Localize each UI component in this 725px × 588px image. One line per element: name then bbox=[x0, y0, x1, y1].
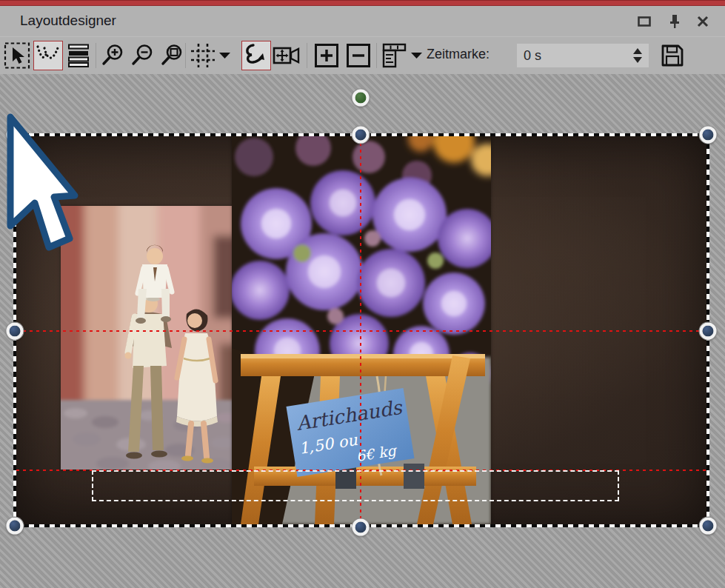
camera-pan-icon bbox=[273, 44, 301, 67]
zoom-in-icon bbox=[101, 43, 126, 68]
minus-icon bbox=[346, 43, 371, 68]
toolbar-separator bbox=[185, 43, 186, 68]
photo-family[interactable] bbox=[61, 206, 244, 470]
handle-top-right[interactable] bbox=[700, 127, 717, 144]
zoom-out-button[interactable] bbox=[128, 41, 158, 70]
chevron-down-icon bbox=[219, 49, 230, 62]
marquee-arrow-icon bbox=[4, 41, 31, 70]
object-list-icon bbox=[381, 42, 407, 69]
object-list-button[interactable] bbox=[379, 41, 409, 70]
handle-bottom-right[interactable] bbox=[700, 518, 717, 535]
handle-top-left[interactable] bbox=[7, 127, 24, 144]
photo-artichokes[interactable]: Artichauds 1,50 ou 6€ kg bbox=[232, 135, 491, 524]
close-button[interactable] bbox=[693, 13, 712, 30]
window-title: Layoutdesigner bbox=[20, 13, 116, 29]
zoom-in-button[interactable] bbox=[98, 41, 128, 70]
motion-path-button[interactable] bbox=[241, 41, 271, 70]
layers-button[interactable] bbox=[64, 41, 93, 70]
add-button[interactable] bbox=[312, 41, 341, 70]
guide-horizontal-center bbox=[16, 330, 706, 332]
spinner-down-icon[interactable] bbox=[633, 57, 642, 63]
titlebar[interactable]: Layoutdesigner bbox=[0, 6, 725, 36]
plus-icon bbox=[314, 43, 339, 68]
handle-bottom-center[interactable] bbox=[353, 519, 370, 536]
chevron-down-icon bbox=[411, 49, 422, 62]
toolbar: Zeitmarke: bbox=[0, 36, 725, 74]
handle-top-center[interactable] bbox=[353, 127, 370, 144]
zoom-fit-button[interactable] bbox=[158, 41, 187, 70]
text-placeholder[interactable] bbox=[92, 470, 619, 501]
toolbar-separator bbox=[376, 43, 377, 68]
point-select-button[interactable] bbox=[33, 41, 63, 70]
save-button[interactable] bbox=[658, 41, 687, 70]
motion-path-icon bbox=[243, 42, 270, 69]
pin-button[interactable] bbox=[665, 13, 684, 30]
layers-icon bbox=[67, 43, 90, 68]
remove-button[interactable] bbox=[344, 41, 373, 70]
toolbar-separator bbox=[307, 43, 307, 68]
handle-bottom-left[interactable] bbox=[7, 518, 24, 535]
layoutdesigner-window: Layoutdesigner bbox=[0, 0, 725, 588]
zeitmarke-label: Zeitmarke: bbox=[427, 47, 490, 62]
window-accent-bar bbox=[0, 0, 725, 6]
pin-icon bbox=[668, 14, 681, 29]
zoom-out-icon bbox=[130, 43, 156, 68]
grid-dropdown-arrow[interactable] bbox=[218, 41, 231, 70]
dotted-curve-icon bbox=[35, 42, 61, 69]
zeitmarke-spinner bbox=[629, 45, 646, 66]
object-list-dropdown-arrow[interactable] bbox=[410, 41, 423, 70]
grid-icon bbox=[190, 42, 216, 69]
zoom-fit-icon bbox=[160, 43, 185, 68]
rotate-handle[interactable] bbox=[353, 90, 370, 107]
restore-button[interactable] bbox=[635, 13, 654, 30]
marquee-select-button[interactable] bbox=[2, 41, 32, 70]
restore-icon bbox=[638, 16, 651, 27]
close-icon bbox=[697, 16, 709, 27]
grid-button[interactable] bbox=[188, 41, 218, 70]
canvas-viewport[interactable]: Artichauds 1,50 ou 6€ kg bbox=[0, 74, 725, 588]
toolbar-separator bbox=[96, 43, 96, 68]
spinner-up-icon[interactable] bbox=[633, 48, 642, 54]
camera-pan-button[interactable] bbox=[272, 41, 301, 70]
handle-middle-left[interactable] bbox=[7, 323, 24, 340]
save-icon bbox=[660, 43, 685, 68]
handle-middle-right[interactable] bbox=[700, 323, 717, 340]
